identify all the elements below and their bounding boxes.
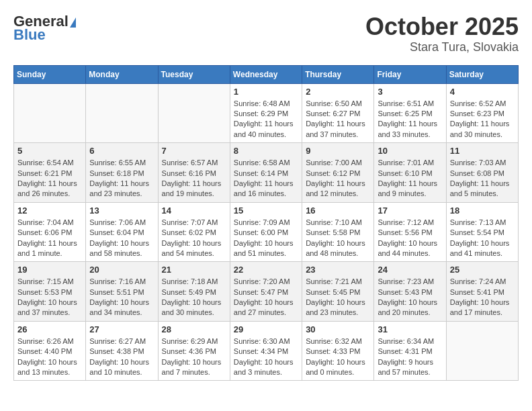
day-number: 29: [234, 324, 298, 334]
day-number: 13: [89, 205, 154, 216]
calendar-cell: 13Sunrise: 7:06 AM Sunset: 6:04 PM Dayli…: [86, 202, 158, 262]
calendar-cell: 2Sunrise: 6:50 AM Sunset: 6:27 PM Daylig…: [302, 83, 374, 143]
logo-triangle-icon: [70, 17, 76, 28]
day-number: 30: [306, 324, 370, 334]
calendar-cell: [158, 83, 230, 143]
calendar-week-row: 12Sunrise: 7:04 AM Sunset: 6:06 PM Dayli…: [14, 202, 519, 262]
day-number: 20: [89, 265, 154, 275]
day-number: 15: [234, 205, 298, 216]
weekday-header-wednesday: Wednesday: [230, 65, 302, 83]
calendar-cell: 15Sunrise: 7:09 AM Sunset: 6:00 PM Dayli…: [230, 202, 302, 262]
day-info: Sunrise: 7:09 AM Sunset: 6:00 PM Dayligh…: [234, 218, 298, 259]
calendar-table: SundayMondayTuesdayWednesdayThursdayFrid…: [13, 65, 519, 381]
calendar-cell: 27Sunrise: 6:27 AM Sunset: 4:38 PM Dayli…: [86, 321, 158, 381]
day-info: Sunrise: 7:20 AM Sunset: 5:47 PM Dayligh…: [234, 277, 298, 318]
day-number: 18: [450, 205, 515, 216]
calendar-cell: [14, 83, 86, 143]
calendar-cell: 10Sunrise: 7:01 AM Sunset: 6:10 PM Dayli…: [374, 143, 446, 203]
day-number: 25: [450, 265, 515, 275]
calendar-week-row: 19Sunrise: 7:15 AM Sunset: 5:53 PM Dayli…: [14, 262, 519, 322]
location-title: Stara Tura, Slovakia: [365, 40, 519, 54]
weekday-header-friday: Friday: [374, 65, 446, 83]
calendar-cell: 8Sunrise: 6:58 AM Sunset: 6:14 PM Daylig…: [230, 143, 302, 203]
day-info: Sunrise: 7:00 AM Sunset: 6:12 PM Dayligh…: [306, 158, 370, 199]
calendar-cell: 20Sunrise: 7:16 AM Sunset: 5:51 PM Dayli…: [86, 262, 158, 322]
day-info: Sunrise: 7:18 AM Sunset: 5:49 PM Dayligh…: [162, 277, 226, 318]
calendar-cell: 25Sunrise: 7:24 AM Sunset: 5:41 PM Dayli…: [446, 262, 518, 322]
weekday-header-thursday: Thursday: [302, 65, 374, 83]
calendar-cell: 5Sunrise: 6:54 AM Sunset: 6:21 PM Daylig…: [14, 143, 86, 203]
calendar-cell: 6Sunrise: 6:55 AM Sunset: 6:18 PM Daylig…: [86, 143, 158, 203]
day-info: Sunrise: 7:01 AM Sunset: 6:10 PM Dayligh…: [378, 158, 442, 199]
calendar-week-row: 5Sunrise: 6:54 AM Sunset: 6:21 PM Daylig…: [14, 143, 519, 203]
weekday-header-row: SundayMondayTuesdayWednesdayThursdayFrid…: [14, 65, 519, 83]
day-info: Sunrise: 6:57 AM Sunset: 6:16 PM Dayligh…: [162, 158, 226, 199]
day-info: Sunrise: 6:26 AM Sunset: 4:40 PM Dayligh…: [17, 336, 82, 378]
day-info: Sunrise: 7:23 AM Sunset: 5:43 PM Dayligh…: [378, 277, 442, 318]
day-number: 6: [89, 146, 154, 156]
weekday-header-saturday: Saturday: [446, 65, 518, 83]
day-info: Sunrise: 6:51 AM Sunset: 6:25 PM Dayligh…: [378, 99, 442, 140]
day-info: Sunrise: 7:06 AM Sunset: 6:04 PM Dayligh…: [89, 218, 154, 259]
weekday-header-sunday: Sunday: [14, 65, 86, 83]
day-info: Sunrise: 6:54 AM Sunset: 6:21 PM Dayligh…: [17, 158, 82, 199]
day-info: Sunrise: 7:04 AM Sunset: 6:06 PM Dayligh…: [17, 218, 82, 259]
calendar-cell: 16Sunrise: 7:10 AM Sunset: 5:58 PM Dayli…: [302, 202, 374, 262]
day-info: Sunrise: 6:34 AM Sunset: 4:31 PM Dayligh…: [378, 336, 442, 378]
day-number: 14: [162, 205, 226, 216]
calendar-cell: 24Sunrise: 7:23 AM Sunset: 5:43 PM Dayli…: [374, 262, 446, 322]
day-number: 10: [378, 146, 442, 156]
day-number: 26: [17, 324, 82, 334]
day-number: 5: [17, 146, 82, 156]
calendar-cell: 9Sunrise: 7:00 AM Sunset: 6:12 PM Daylig…: [302, 143, 374, 203]
day-info: Sunrise: 7:13 AM Sunset: 5:54 PM Dayligh…: [450, 218, 515, 259]
day-number: 28: [162, 324, 226, 334]
page-header: General Blue October 2025 Stara Tura, Sl…: [13, 13, 519, 54]
calendar-cell: [446, 321, 518, 381]
day-number: 11: [450, 146, 515, 156]
day-number: 21: [162, 265, 226, 275]
calendar-cell: 29Sunrise: 6:30 AM Sunset: 4:34 PM Dayli…: [230, 321, 302, 381]
day-info: Sunrise: 6:30 AM Sunset: 4:34 PM Dayligh…: [234, 336, 298, 378]
day-info: Sunrise: 6:48 AM Sunset: 6:29 PM Dayligh…: [234, 99, 298, 140]
calendar-cell: 26Sunrise: 6:26 AM Sunset: 4:40 PM Dayli…: [14, 321, 86, 381]
calendar-cell: 3Sunrise: 6:51 AM Sunset: 6:25 PM Daylig…: [374, 83, 446, 143]
day-info: Sunrise: 6:27 AM Sunset: 4:38 PM Dayligh…: [89, 336, 154, 378]
calendar-cell: 12Sunrise: 7:04 AM Sunset: 6:06 PM Dayli…: [14, 202, 86, 262]
calendar-cell: [86, 83, 158, 143]
day-number: 7: [162, 146, 226, 156]
calendar-cell: 28Sunrise: 6:29 AM Sunset: 4:36 PM Dayli…: [158, 321, 230, 381]
day-info: Sunrise: 7:24 AM Sunset: 5:41 PM Dayligh…: [450, 277, 515, 318]
day-number: 1: [234, 87, 298, 97]
calendar-cell: 11Sunrise: 7:03 AM Sunset: 6:08 PM Dayli…: [446, 143, 518, 203]
day-info: Sunrise: 6:55 AM Sunset: 6:18 PM Dayligh…: [89, 158, 154, 199]
day-info: Sunrise: 7:12 AM Sunset: 5:56 PM Dayligh…: [378, 218, 442, 259]
weekday-header-monday: Monday: [86, 65, 158, 83]
day-number: 2: [306, 87, 370, 97]
calendar-cell: 31Sunrise: 6:34 AM Sunset: 4:31 PM Dayli…: [374, 321, 446, 381]
day-info: Sunrise: 7:10 AM Sunset: 5:58 PM Dayligh…: [306, 218, 370, 259]
day-number: 31: [378, 324, 442, 334]
day-number: 3: [378, 87, 442, 97]
day-number: 9: [306, 146, 370, 156]
calendar-cell: 7Sunrise: 6:57 AM Sunset: 6:16 PM Daylig…: [158, 143, 230, 203]
calendar-cell: 14Sunrise: 7:07 AM Sunset: 6:02 PM Dayli…: [158, 202, 230, 262]
calendar-cell: 23Sunrise: 7:21 AM Sunset: 5:45 PM Dayli…: [302, 262, 374, 322]
day-number: 4: [450, 87, 515, 97]
calendar-week-row: 1Sunrise: 6:48 AM Sunset: 6:29 PM Daylig…: [14, 83, 519, 143]
calendar-cell: 30Sunrise: 6:32 AM Sunset: 4:33 PM Dayli…: [302, 321, 374, 381]
calendar-cell: 22Sunrise: 7:20 AM Sunset: 5:47 PM Dayli…: [230, 262, 302, 322]
day-number: 22: [234, 265, 298, 275]
calendar-week-row: 26Sunrise: 6:26 AM Sunset: 4:40 PM Dayli…: [14, 321, 519, 381]
weekday-header-tuesday: Tuesday: [158, 65, 230, 83]
calendar-cell: 17Sunrise: 7:12 AM Sunset: 5:56 PM Dayli…: [374, 202, 446, 262]
month-title: October 2025: [365, 13, 519, 40]
logo-blue: Blue: [13, 27, 76, 43]
day-info: Sunrise: 7:21 AM Sunset: 5:45 PM Dayligh…: [306, 277, 370, 318]
day-info: Sunrise: 6:50 AM Sunset: 6:27 PM Dayligh…: [306, 99, 370, 140]
calendar-cell: 18Sunrise: 7:13 AM Sunset: 5:54 PM Dayli…: [446, 202, 518, 262]
day-number: 24: [378, 265, 442, 275]
day-info: Sunrise: 6:32 AM Sunset: 4:33 PM Dayligh…: [306, 336, 370, 378]
calendar-cell: 1Sunrise: 6:48 AM Sunset: 6:29 PM Daylig…: [230, 83, 302, 143]
day-info: Sunrise: 7:07 AM Sunset: 6:02 PM Dayligh…: [162, 218, 226, 259]
